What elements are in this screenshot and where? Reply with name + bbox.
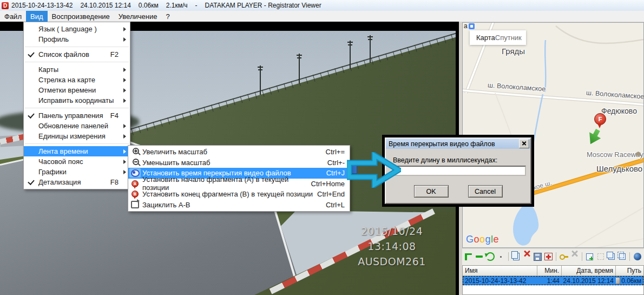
menu-file[interactable]: Файл [0,11,26,22]
submenu-arrow-icon [123,78,126,82]
menu-item-file-list[interactable]: Список файлов F2 [24,49,130,60]
light-mast [350,41,351,69]
remove-file-button[interactable] [474,251,484,262]
dialog-title-bar[interactable]: Время перекрытия видео файлов [386,139,530,149]
file-table-header: Имя Мин. Дата, время Путь [463,266,643,276]
map-label-raceway: Moscow Raceway [587,150,643,159]
copy-button[interactable] [511,251,521,262]
title-filename: 2015-10-24-13-13-42 [11,2,73,9]
column-header-min[interactable]: Мин. [537,266,562,276]
google-earth-button[interactable] [632,251,642,262]
submenu-arrow-icon [123,160,126,164]
menu-item-control-panel[interactable]: Панель управления F4 [24,110,130,121]
menu-item-maps[interactable]: Карты [24,64,130,75]
submenu-arrow-icon [123,99,126,103]
submenu-item-set-fragment-start[interactable]: A Установить начало фрагмента (A) в теку… [128,179,350,189]
title-distance: 0.06км [139,2,159,9]
osd-time: 13:14:08 [329,239,455,254]
dialog-prompt: Введите длину в миллисекундах: [393,156,497,164]
submenu-item-zoom-in[interactable]: Увеличить масштаб Ctrl+= [128,147,350,158]
submenu-arrow-icon [123,134,126,139]
refresh-button[interactable] [485,251,495,262]
submenu-item-set-fragment-end[interactable]: B Установить конец фрагмента (B) в текущ… [128,189,350,200]
dialog-body: Введите длину в миллисекундах: OK Cancel [386,149,530,203]
menu-item-label: Список файлов [38,50,89,58]
menu-shortcut: Ctrl+End [317,190,345,198]
menu-item-panel-refresh[interactable]: Обновление панелей [24,121,130,131]
submenu-item-zoom-out[interactable]: Уменьшить масштаб Ctrl+- [128,158,350,168]
column-header-name[interactable]: Имя [463,266,537,276]
route-icon [616,277,620,284]
menu-shortcut: F8 [110,178,120,186]
menu-item-timezone[interactable]: Часовой пояс [24,156,130,167]
menu-item-units[interactable]: Единицы измерения [24,131,130,141]
menu-item-profile[interactable]: Профиль [24,34,130,44]
loop-icon [129,200,141,209]
close-icon[interactable] [519,139,529,148]
light-mast [299,54,300,83]
menu-playback[interactable]: Воспроизведение [48,11,114,22]
file-list-panel: Имя Мин. Дата, время Путь 2015-10-24-13-… [462,249,644,295]
cell-datetime: 24.10.2015 12:14 [562,276,616,285]
menu-item-label: Часовой пояс [38,158,83,166]
column-header-datetime[interactable]: Дата, время [562,266,616,276]
cancel-button[interactable]: Cancel [468,185,503,198]
file-table: Имя Мин. Дата, время Путь 2015-10-24-13-… [462,265,644,295]
add-window-button[interactable] [584,251,595,262]
menu-item-label: Обновление панелей [38,122,108,130]
map-corner-label: a [464,22,468,30]
save-button[interactable] [533,251,543,262]
map-tab[interactable]: Карта [476,34,495,42]
light-mast [260,65,261,95]
cell-path: 0.06км [616,276,643,285]
menu-item-fix-coordinates[interactable]: Исправить координаты [24,95,130,106]
menu-item-label: Стрелка на карте [38,76,95,84]
view-dropdown-menu: Язык ( Language ) Профиль Список файлов … [23,22,130,189]
map-label-gryady: Гряды [502,47,525,56]
clear-button[interactable] [569,251,580,262]
menu-item-detail[interactable]: Детализация F8 [24,177,130,187]
empty-selection-button[interactable] [595,251,606,262]
menu-item-language[interactable]: Язык ( Language ) [24,24,130,34]
add-file-button[interactable] [463,251,474,262]
map-label-fedyukovo: Федюково [601,107,637,115]
menu-view[interactable]: Вид [26,11,48,22]
file-toolbar [462,250,644,264]
repair-button[interactable] [543,251,554,262]
menu-help[interactable]: ? [161,11,174,22]
menu-item-graphs[interactable]: Графики [24,167,130,177]
menu-item-label: Графики [38,168,67,176]
key-button[interactable] [558,251,569,262]
delete-button[interactable] [522,251,532,262]
dialog-title: Время перекрытия видео файлов [389,140,495,148]
submenu-item-label: Зациклить A-B [142,201,190,209]
menu-separator [25,47,129,47]
ungroup-button[interactable] [617,251,627,262]
overlap-milliseconds-input[interactable] [392,166,526,176]
submenu-item-loop-ab[interactable]: Зациклить A-B Ctrl+L [128,200,350,211]
menu-item-timeline[interactable]: Лента времени [24,146,130,156]
ok-button[interactable]: OK [414,185,449,198]
menu-item-label: Отметки времени [38,86,96,94]
menu-zoom[interactable]: Увеличение [114,11,162,22]
map-label-sheludkovo: Шелудьково [596,164,642,173]
satellite-tab[interactable]: Спутник [495,34,522,42]
group-button[interactable] [606,251,616,262]
zoom-in-icon [129,147,141,156]
google-logo: Google [466,234,499,245]
title-dash: - [195,2,197,9]
more-dot-button[interactable] [496,251,506,262]
menu-separator [25,62,129,62]
cell-path-value: 0.06км [621,277,641,285]
map-pin[interactable]: F [594,113,606,125]
menu-item-label: Исправить координаты [38,96,114,104]
menu-item-map-arrow[interactable]: Стрелка на карте [24,75,130,85]
title-datetime: 24.10.2015 12:14 [80,2,130,9]
table-row[interactable]: 2015-10-24-13-13-42 1:44 24.10.2015 12:1… [463,276,643,285]
submenu-arrow-icon [123,88,126,93]
menu-item-label: Лента времени [38,147,88,155]
osd-camera: AUSDOM261 [329,254,455,269]
menu-shortcut: Ctrl+Home [311,180,345,188]
column-header-path[interactable]: Путь [616,266,643,276]
menu-item-time-marks[interactable]: Отметки времени [24,85,130,95]
